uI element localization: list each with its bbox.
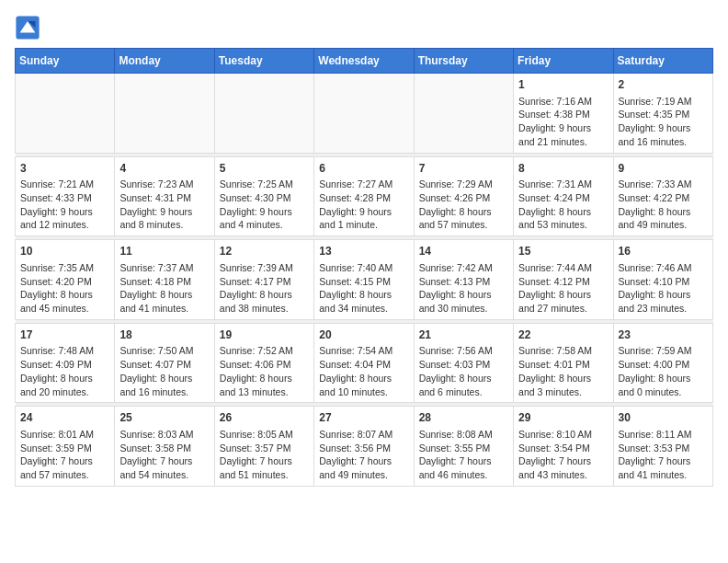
day-info: Sunrise: 7:59 AM [619, 344, 708, 358]
day-info: Daylight: 7 hours and 54 minutes. [119, 454, 209, 481]
page-header [15, 15, 713, 40]
day-number: 2 [619, 77, 708, 93]
day-number: 12 [220, 244, 309, 259]
day-info: Sunrise: 7:46 AM [619, 261, 708, 275]
calendar-cell [16, 74, 115, 154]
day-info: Sunrise: 7:29 AM [419, 178, 508, 191]
day-info: Daylight: 8 hours and 53 minutes. [518, 205, 608, 232]
calendar-cell [115, 74, 214, 154]
calendar-cell: 30Sunrise: 8:11 AMSunset: 3:53 PMDayligh… [613, 407, 712, 487]
calendar-cell: 13Sunrise: 7:40 AMSunset: 4:15 PMDayligh… [314, 240, 414, 320]
day-info: Sunrise: 8:03 AM [119, 428, 209, 442]
calendar-week-2: 3Sunrise: 7:21 AMSunset: 4:33 PMDaylight… [16, 156, 713, 236]
day-info: Sunrise: 7:19 AM [619, 95, 708, 109]
calendar-cell: 2Sunrise: 7:19 AMSunset: 4:35 PMDaylight… [613, 74, 712, 154]
day-info: Sunrise: 8:07 AM [319, 428, 408, 442]
calendar-week-1: 1Sunrise: 7:16 AMSunset: 4:38 PMDaylight… [16, 74, 713, 154]
day-info: Sunrise: 8:01 AM [20, 428, 109, 442]
day-info: Daylight: 7 hours and 57 minutes. [20, 454, 109, 481]
day-number: 4 [119, 161, 209, 177]
day-info: Daylight: 7 hours and 49 minutes. [319, 454, 408, 481]
day-info: Sunrise: 7:54 AM [319, 344, 408, 358]
calendar-cell: 12Sunrise: 7:39 AMSunset: 4:17 PMDayligh… [214, 240, 313, 320]
day-info: Sunset: 4:26 PM [419, 191, 508, 205]
day-info: Sunset: 3:57 PM [220, 442, 309, 455]
day-number: 7 [419, 161, 508, 177]
day-info: Sunset: 4:18 PM [119, 275, 209, 289]
day-number: 25 [119, 410, 209, 426]
calendar-cell: 21Sunrise: 7:56 AMSunset: 4:03 PMDayligh… [414, 323, 513, 403]
day-info: Sunset: 4:33 PM [20, 191, 109, 205]
day-info: Sunrise: 7:52 AM [220, 344, 309, 358]
day-info: Daylight: 9 hours and 16 minutes. [619, 121, 708, 148]
day-number: 23 [619, 327, 708, 343]
day-info: Daylight: 8 hours and 38 minutes. [220, 288, 309, 315]
day-info: Sunset: 4:00 PM [619, 358, 708, 372]
calendar-cell: 20Sunrise: 7:54 AMSunset: 4:04 PMDayligh… [314, 323, 414, 403]
calendar-cell [414, 74, 513, 154]
day-info: Daylight: 7 hours and 46 minutes. [419, 454, 508, 481]
day-number: 28 [419, 410, 508, 426]
day-number: 20 [319, 327, 408, 343]
day-info: Sunrise: 7:58 AM [518, 344, 608, 358]
calendar-cell: 17Sunrise: 7:48 AMSunset: 4:09 PMDayligh… [16, 323, 115, 403]
day-info: Daylight: 7 hours and 43 minutes. [518, 454, 608, 481]
day-info: Daylight: 8 hours and 45 minutes. [20, 288, 109, 315]
day-number: 27 [319, 410, 408, 426]
day-number: 6 [319, 161, 408, 177]
day-info: Sunset: 4:28 PM [319, 191, 408, 205]
day-info: Sunrise: 7:44 AM [518, 261, 608, 275]
calendar-cell: 16Sunrise: 7:46 AMSunset: 4:10 PMDayligh… [613, 240, 712, 320]
day-info: Sunrise: 8:11 AM [619, 428, 708, 442]
day-info: Daylight: 8 hours and 20 minutes. [20, 372, 109, 398]
day-info: Sunset: 4:10 PM [619, 275, 708, 289]
day-info: Sunrise: 7:21 AM [20, 178, 109, 191]
day-number: 29 [518, 410, 608, 426]
day-info: Daylight: 9 hours and 8 minutes. [119, 205, 209, 232]
day-info: Sunset: 4:15 PM [319, 275, 408, 289]
day-info: Sunset: 4:38 PM [518, 108, 608, 121]
day-info: Daylight: 8 hours and 0 minutes. [619, 372, 708, 398]
header-sunday: Sunday [16, 49, 115, 74]
day-info: Daylight: 8 hours and 13 minutes. [220, 372, 309, 398]
day-info: Sunrise: 7:37 AM [119, 261, 209, 275]
day-number: 13 [319, 244, 408, 259]
day-info: Sunset: 3:54 PM [518, 442, 608, 455]
calendar-cell: 5Sunrise: 7:25 AMSunset: 4:30 PMDaylight… [214, 156, 313, 236]
calendar-week-3: 10Sunrise: 7:35 AMSunset: 4:20 PMDayligh… [16, 240, 713, 320]
day-info: Sunset: 4:09 PM [20, 358, 109, 372]
day-info: Daylight: 9 hours and 12 minutes. [20, 205, 109, 232]
day-info: Daylight: 8 hours and 3 minutes. [518, 372, 608, 398]
calendar-cell: 25Sunrise: 8:03 AMSunset: 3:58 PMDayligh… [115, 407, 214, 487]
day-number: 15 [518, 244, 608, 259]
day-info: Sunrise: 7:39 AM [220, 261, 309, 275]
day-info: Sunset: 4:03 PM [419, 358, 508, 372]
calendar-cell: 28Sunrise: 8:08 AMSunset: 3:55 PMDayligh… [414, 407, 513, 487]
logo-icon [15, 15, 40, 40]
calendar-cell: 22Sunrise: 7:58 AMSunset: 4:01 PMDayligh… [514, 323, 613, 403]
header-tuesday: Tuesday [214, 49, 313, 74]
calendar-table: SundayMondayTuesdayWednesdayThursdayFrid… [15, 48, 713, 487]
day-info: Sunset: 3:59 PM [20, 442, 109, 455]
day-info: Sunset: 4:35 PM [619, 108, 708, 121]
day-info: Sunset: 4:17 PM [220, 275, 309, 289]
calendar-cell [314, 74, 414, 154]
day-info: Sunset: 3:55 PM [419, 442, 508, 455]
day-info: Sunrise: 7:16 AM [518, 95, 608, 109]
calendar-cell: 19Sunrise: 7:52 AMSunset: 4:06 PMDayligh… [214, 323, 313, 403]
calendar-cell: 24Sunrise: 8:01 AMSunset: 3:59 PMDayligh… [16, 407, 115, 487]
day-info: Sunrise: 7:40 AM [319, 261, 408, 275]
header-wednesday: Wednesday [314, 49, 414, 74]
day-info: Sunrise: 7:31 AM [518, 178, 608, 191]
day-number: 21 [419, 327, 508, 343]
calendar-header-row: SundayMondayTuesdayWednesdayThursdayFrid… [16, 49, 713, 74]
day-info: Daylight: 8 hours and 49 minutes. [619, 205, 708, 232]
day-number: 9 [619, 161, 708, 177]
calendar-week-4: 17Sunrise: 7:48 AMSunset: 4:09 PMDayligh… [16, 323, 713, 403]
day-info: Sunrise: 7:35 AM [20, 261, 109, 275]
day-info: Sunset: 4:24 PM [518, 191, 608, 205]
calendar-cell: 9Sunrise: 7:33 AMSunset: 4:22 PMDaylight… [613, 156, 712, 236]
header-saturday: Saturday [613, 49, 712, 74]
day-info: Daylight: 8 hours and 23 minutes. [619, 288, 708, 315]
day-info: Daylight: 8 hours and 57 minutes. [419, 205, 508, 232]
